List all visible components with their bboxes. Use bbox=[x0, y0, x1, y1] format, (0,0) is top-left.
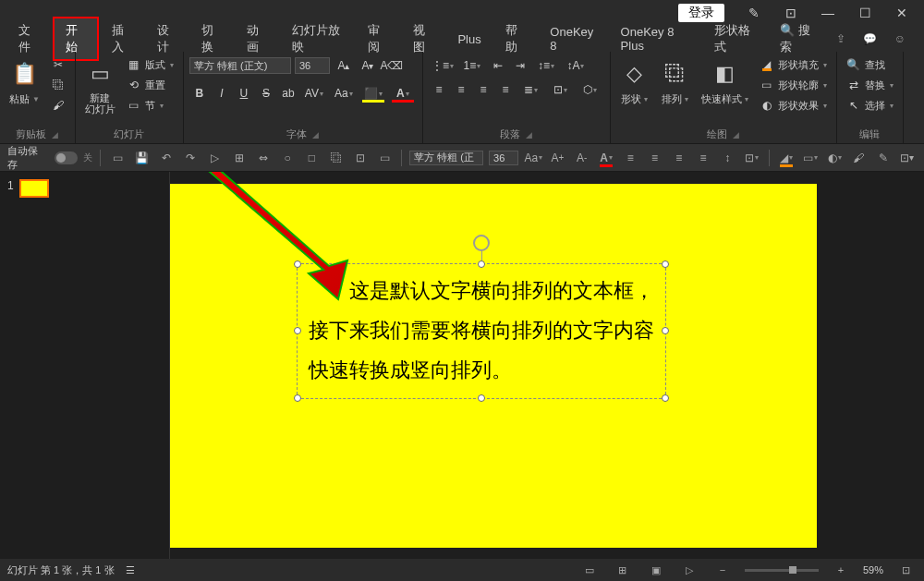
qat-align-icon[interactable]: ⊞ bbox=[229, 148, 248, 168]
qat-size-select[interactable] bbox=[489, 151, 518, 165]
font-color-button[interactable]: A▾ bbox=[389, 83, 417, 103]
qat-dec-icon[interactable]: A- bbox=[573, 148, 591, 168]
highlight-button[interactable]: ⬛▾ bbox=[359, 83, 387, 103]
bullet-list-button[interactable]: ⋮≡▾ bbox=[429, 55, 456, 76]
qat-fill-icon[interactable]: ◢▾ bbox=[777, 148, 796, 168]
shape-outline-button[interactable]: ▭形状轮廓▾ bbox=[756, 76, 831, 94]
reset-button[interactable]: ⟲重置 bbox=[123, 76, 177, 94]
qat-group-icon[interactable]: ⿻ bbox=[326, 148, 345, 168]
quickstyle-button[interactable]: ◧ 快速样式▾ bbox=[698, 55, 752, 110]
qat-undo-icon[interactable]: ↶ bbox=[157, 148, 176, 168]
qat-ac-icon[interactable]: ≡ bbox=[645, 148, 663, 168]
select-button[interactable]: ↖选择▾ bbox=[843, 96, 897, 115]
resize-handle-tr[interactable] bbox=[662, 260, 669, 268]
resize-handle-bl[interactable] bbox=[294, 394, 301, 402]
qat-redo-icon[interactable]: ↷ bbox=[181, 148, 200, 168]
rotate-handle[interactable] bbox=[473, 235, 490, 251]
qat-square-icon[interactable]: □ bbox=[302, 148, 321, 168]
textbox-content[interactable]: 这是默认文字横向排列的文本框，接下来我们需要将横向排列的文字内容快速转换成竖向排… bbox=[309, 272, 654, 391]
qat-distribute-icon[interactable]: ⇔ bbox=[254, 148, 273, 168]
replace-button[interactable]: ⇄替换▾ bbox=[843, 76, 897, 94]
sorter-view-icon[interactable]: ⊞ bbox=[612, 562, 634, 578]
qat-al-icon[interactable]: ≡ bbox=[621, 148, 639, 168]
reading-view-icon[interactable]: ▣ bbox=[645, 562, 667, 578]
resize-handle-ml[interactable] bbox=[294, 327, 301, 334]
share-icon[interactable]: ⇪ bbox=[832, 30, 850, 48]
notes-icon[interactable]: ☰ bbox=[126, 564, 135, 576]
change-case-button[interactable]: Aa▾ bbox=[330, 83, 358, 103]
autosave-toggle[interactable] bbox=[55, 151, 79, 164]
qat-outline-icon[interactable]: ▭▾ bbox=[801, 148, 820, 168]
resize-handle-br[interactable] bbox=[662, 394, 669, 402]
qat-eyedrop-icon[interactable]: ✎ bbox=[874, 148, 893, 168]
clear-format-icon[interactable]: A⌫ bbox=[382, 55, 402, 76]
qat-inc-icon[interactable]: A+ bbox=[548, 148, 566, 168]
qat-fontcolor-icon[interactable]: A▾ bbox=[597, 148, 615, 168]
bold-button[interactable]: B bbox=[189, 83, 210, 103]
align-right-button[interactable]: ≡ bbox=[473, 79, 493, 100]
align-center-button[interactable]: ≡ bbox=[451, 79, 471, 100]
close-icon[interactable]: ✕ bbox=[883, 0, 920, 26]
resize-handle-bm[interactable] bbox=[478, 394, 485, 402]
qat-aj-icon[interactable]: ≡ bbox=[694, 148, 712, 168]
qat-play-icon[interactable]: ▷ bbox=[205, 148, 224, 168]
italic-button[interactable]: I bbox=[212, 83, 232, 103]
distribute-button[interactable]: ≣▾ bbox=[517, 79, 545, 100]
qat-custom-icon[interactable]: ⊡▾ bbox=[898, 148, 917, 168]
normal-view-icon[interactable]: ▭ bbox=[578, 562, 601, 578]
decrease-font-icon[interactable]: A▾ bbox=[358, 55, 378, 76]
spacing-button[interactable]: AV▾ bbox=[300, 83, 328, 103]
increase-font-icon[interactable]: A▴ bbox=[334, 55, 354, 76]
textbox-selected[interactable]: 这是默认文字横向排列的文本框，接下来我们需要将横向排列的文字内容快速转换成竖向排… bbox=[297, 263, 666, 399]
slide-canvas[interactable]: 这是默认文字横向排列的文本框，接下来我们需要将横向排列的文字内容快速转换成竖向排… bbox=[170, 172, 924, 559]
font-size-select[interactable] bbox=[295, 57, 330, 74]
text-direction-button[interactable]: ↕A▾ bbox=[562, 55, 590, 76]
shape-effects-button[interactable]: ◐形状效果▾ bbox=[756, 96, 831, 115]
copy-button[interactable]: ⿻ bbox=[47, 76, 69, 94]
align-left-button[interactable]: ≡ bbox=[429, 79, 449, 100]
paste-button[interactable]: 📋 粘贴▼ bbox=[6, 55, 43, 110]
qat-circle-icon[interactable]: ○ bbox=[278, 148, 297, 168]
qat-at-icon[interactable]: ⊡▾ bbox=[742, 148, 760, 168]
arrange-button[interactable]: ⿻ 排列▾ bbox=[657, 55, 694, 110]
qat-ar-icon[interactable]: ≡ bbox=[670, 148, 688, 168]
qat-fp-icon[interactable]: 🖌 bbox=[849, 148, 868, 168]
layout-button[interactable]: ▦版式▾ bbox=[123, 55, 177, 74]
shapes-button[interactable]: ◇ 形状▾ bbox=[616, 55, 653, 110]
maximize-icon[interactable]: ☐ bbox=[846, 0, 883, 26]
zoom-out-icon[interactable]: − bbox=[711, 562, 734, 578]
zoom-level[interactable]: 59% bbox=[863, 564, 883, 575]
increase-indent-button[interactable]: ⇥ bbox=[510, 55, 530, 76]
font-name-select[interactable] bbox=[189, 57, 291, 74]
shape-fill-button[interactable]: ◢形状填充▾ bbox=[756, 55, 831, 74]
align-justify-button[interactable]: ≡ bbox=[495, 79, 516, 100]
strikethrough-button[interactable]: S bbox=[256, 83, 276, 103]
shadow-button[interactable]: ab bbox=[278, 83, 298, 103]
qat-fx-icon[interactable]: ◐▾ bbox=[825, 148, 844, 168]
find-button[interactable]: 🔍查找 bbox=[843, 55, 897, 74]
emoji-icon[interactable]: ☺ bbox=[891, 30, 909, 48]
resize-handle-tm[interactable] bbox=[478, 260, 485, 268]
fit-window-icon[interactable]: ⊡ bbox=[894, 562, 917, 578]
resize-handle-tl[interactable] bbox=[294, 260, 301, 268]
underline-button[interactable]: U bbox=[234, 83, 254, 103]
qat-new-icon[interactable]: ▭ bbox=[108, 148, 127, 168]
zoom-in-icon[interactable]: + bbox=[830, 562, 852, 578]
slideshow-view-icon[interactable]: ▷ bbox=[678, 562, 700, 578]
comment-icon[interactable]: 💬 bbox=[861, 30, 880, 48]
decrease-indent-button[interactable]: ⇤ bbox=[488, 55, 508, 76]
cut-button[interactable]: ✂ bbox=[47, 55, 69, 74]
qat-save-icon[interactable]: 💾 bbox=[132, 148, 151, 168]
format-painter-button[interactable]: 🖌 bbox=[47, 96, 69, 115]
section-button[interactable]: ▭节▾ bbox=[123, 96, 177, 115]
align-text-button[interactable]: ⊡▾ bbox=[547, 79, 575, 100]
qat-ls-icon[interactable]: ↕ bbox=[718, 148, 736, 168]
qat-more1-icon[interactable]: ▭ bbox=[375, 148, 394, 168]
qat-font-select[interactable] bbox=[409, 151, 483, 165]
line-spacing-button[interactable]: ↕≡▾ bbox=[532, 55, 560, 76]
qat-ungroup-icon[interactable]: ⊡ bbox=[351, 148, 370, 168]
number-list-button[interactable]: 1≡▾ bbox=[458, 55, 486, 76]
smartart-button[interactable]: ⬡▾ bbox=[577, 79, 604, 100]
slide-thumbnail-1[interactable]: 1 bbox=[7, 179, 162, 198]
zoom-slider[interactable] bbox=[745, 569, 819, 572]
